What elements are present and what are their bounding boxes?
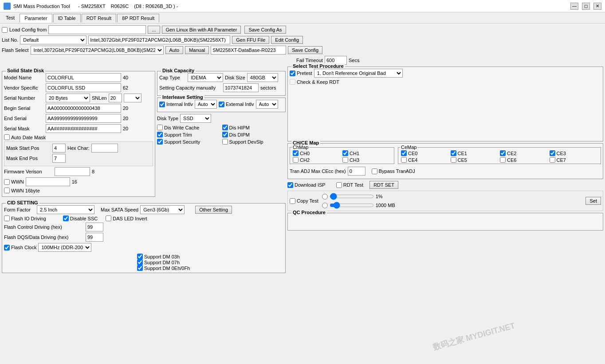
save-config-as-button[interactable]: Save Config As xyxy=(244,26,286,34)
ch0-checkbox[interactable] xyxy=(293,150,299,156)
end-serial-input[interactable] xyxy=(46,114,121,123)
disk-size-select[interactable]: 480GB xyxy=(247,73,278,82)
manual-button[interactable]: Manual xyxy=(185,46,209,54)
support-security-checkbox[interactable] xyxy=(157,139,163,145)
serial-number-select[interactable]: 20 Bytes xyxy=(46,94,90,102)
tab-rdt-result[interactable]: RDT Result xyxy=(82,14,117,23)
model-name-input[interactable] xyxy=(46,73,121,82)
other-setting-button[interactable]: Other Setting xyxy=(195,206,232,214)
pretest-checkbox[interactable] xyxy=(290,70,295,76)
flash-control-input[interactable] xyxy=(86,223,103,231)
mask-start-input[interactable] xyxy=(52,144,66,153)
cap-type-select[interactable]: IDEMA xyxy=(188,73,223,82)
copy-test-checkbox[interactable] xyxy=(290,198,295,204)
mask-end-input[interactable] xyxy=(52,154,66,163)
disk-type-select[interactable]: SSD xyxy=(180,114,211,123)
dis-hipm-checkbox[interactable] xyxy=(222,125,228,130)
ce0-checkbox[interactable] xyxy=(401,150,407,156)
tab-8p-rdt-result[interactable]: 8P RDT Result xyxy=(117,14,159,23)
hex-char-input[interactable] xyxy=(91,144,118,153)
minimize-button[interactable]: — xyxy=(570,3,578,10)
wwn-checkbox[interactable] xyxy=(4,179,10,185)
check-keep-checkbox[interactable] xyxy=(290,79,295,85)
pct-slider[interactable] xyxy=(330,193,374,200)
internal-intlv-checkbox[interactable] xyxy=(159,102,165,107)
ch1-checkbox[interactable] xyxy=(342,150,348,156)
begin-serial-input[interactable] xyxy=(46,104,121,113)
bypass-checkbox[interactable] xyxy=(372,168,377,174)
flash-dqs-input[interactable] xyxy=(86,233,103,242)
copy-set-button[interactable]: Set xyxy=(585,197,601,205)
db-value-input[interactable] xyxy=(211,46,286,55)
serial-mask-input[interactable] xyxy=(46,124,121,133)
wwn-input[interactable] xyxy=(26,177,70,186)
cid-setting-group: CID SETTING Form Factor 2.5 Inch Max SAT… xyxy=(2,203,286,273)
tran-adj-input[interactable] xyxy=(348,167,365,176)
load-config-input[interactable] xyxy=(48,25,146,34)
setting-capacity-input[interactable] xyxy=(223,83,259,92)
internal-intlv-select[interactable]: Auto xyxy=(195,100,217,109)
gen-linux-button[interactable]: Gen Linux Bin with All Parameter xyxy=(162,26,241,34)
auto-date-checkbox[interactable] xyxy=(4,134,10,140)
ce1-checkbox[interactable] xyxy=(451,150,456,156)
das-led-checkbox[interactable] xyxy=(106,215,111,221)
fail-timeout-label: Fail Timeout xyxy=(296,58,323,63)
support-trim-checkbox[interactable] xyxy=(157,132,163,137)
snlen-input[interactable] xyxy=(109,94,122,102)
flash-clock-checkbox[interactable] xyxy=(4,245,10,250)
flash-clock-select[interactable]: 100MHz (DDR-200) xyxy=(38,243,91,252)
support-dm03h-checkbox[interactable] xyxy=(137,254,143,259)
support-dm0eh-checkbox[interactable] xyxy=(137,265,143,271)
ch3-checkbox[interactable] xyxy=(342,157,348,163)
form-factor-select[interactable]: 2.5 Inch xyxy=(37,205,94,214)
external-intlv-select[interactable]: Auto xyxy=(256,100,278,109)
ce3-checkbox[interactable] xyxy=(550,150,555,156)
maximize-button[interactable]: ◻ xyxy=(582,3,590,10)
ch2-checkbox[interactable] xyxy=(293,157,299,163)
flash-io-checkbox[interactable] xyxy=(4,215,10,221)
begin-serial-row: Begin Serial 20 xyxy=(4,104,153,113)
gen-ffu-button[interactable]: Gen FFU File xyxy=(232,36,269,44)
ce2-checkbox[interactable] xyxy=(500,150,506,156)
download-isp-checkbox[interactable] xyxy=(287,182,293,188)
save-config-button[interactable]: Save Config xyxy=(288,46,322,54)
rdt-test-checkbox[interactable] xyxy=(336,182,342,188)
close-button[interactable]: ✕ xyxy=(593,3,601,10)
external-intlv-text: External Intlv xyxy=(226,102,254,107)
flash-info-input[interactable] xyxy=(88,35,230,44)
pretest-select[interactable]: 1. Don't Reference Original Bad xyxy=(314,69,403,78)
dis-write-cache-label: Dis Write Cache xyxy=(157,125,221,130)
browse-button[interactable]: ... xyxy=(148,26,160,34)
tab-parameter[interactable]: Parameter xyxy=(20,14,52,23)
rdt-set-button[interactable]: RDT SET xyxy=(369,181,398,189)
vendor-specific-input[interactable] xyxy=(46,83,121,92)
firmware-input[interactable] xyxy=(55,167,90,176)
pct-label: 1% xyxy=(376,194,383,199)
ce5-checkbox[interactable] xyxy=(451,157,456,163)
external-intlv-checkbox[interactable] xyxy=(219,102,224,107)
tab-id-table[interactable]: ID Table xyxy=(53,14,81,23)
flash-select-dropdown[interactable]: Intel,3072Gbit,PF29F02T2APCMG2(L06B_B0KB… xyxy=(31,46,164,55)
wwn-16byte-checkbox[interactable] xyxy=(4,188,10,193)
max-sata-select[interactable]: Gen3 (6Gb) xyxy=(140,205,185,214)
list-no-select[interactable]: Default xyxy=(20,35,86,44)
dis-write-cache-checkbox[interactable] xyxy=(157,125,163,130)
support-devslp-checkbox[interactable] xyxy=(222,139,228,145)
auto-button[interactable]: Auto xyxy=(165,46,184,54)
copy-radio-pct[interactable] xyxy=(322,194,328,200)
copy-radio-mb[interactable] xyxy=(322,203,328,208)
disable-ssc-checkbox[interactable] xyxy=(63,215,69,221)
dis-dipm-checkbox[interactable] xyxy=(222,132,228,137)
support-dm-options: Support DM 03h Support DM 07h Support DM… xyxy=(137,254,283,271)
mask-settings-box: Mask Start Pos Hex Char: Mask End Pos xyxy=(4,141,153,166)
mb-slider[interactable] xyxy=(330,202,374,209)
edit-config-button[interactable]: Edit Config xyxy=(271,36,303,44)
ce7-checkbox[interactable] xyxy=(550,157,555,163)
test-menu[interactable]: Test xyxy=(2,13,19,22)
ce6-checkbox[interactable] xyxy=(500,157,506,163)
ce4-checkbox[interactable] xyxy=(401,157,407,163)
snlen-select[interactable] xyxy=(124,94,141,102)
chce-map-content: ChMap CH0 CH1 xyxy=(290,145,601,164)
support-dm07h-checkbox[interactable] xyxy=(137,259,143,265)
load-config-checkbox[interactable] xyxy=(2,27,8,33)
